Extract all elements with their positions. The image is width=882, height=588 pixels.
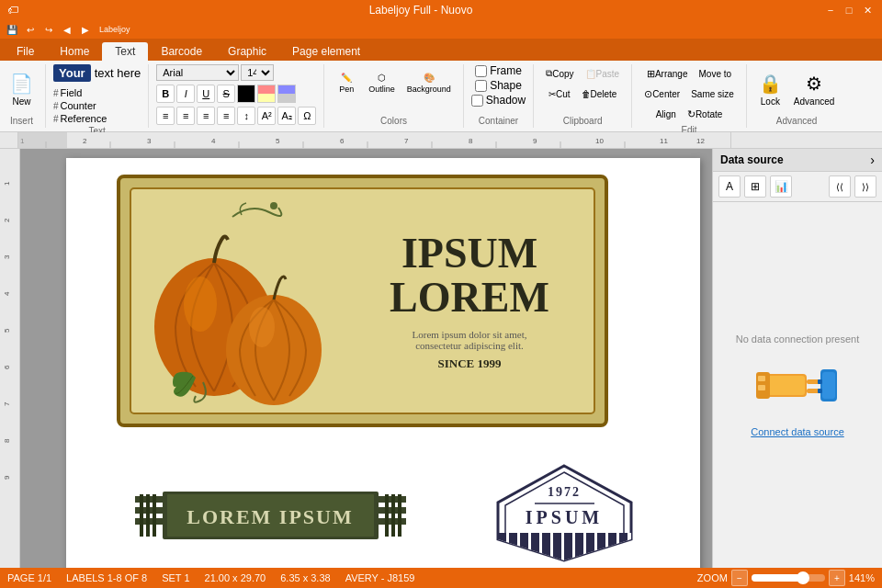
save-button[interactable]: 💾 [4,21,20,38]
zoom-slider[interactable] [752,574,825,582]
panel-chart-icon-btn[interactable]: 📊 [770,175,792,198]
underline-button[interactable]: U [197,85,215,103]
svg-rect-58 [498,533,506,562]
status-bar: PAGE 1/1 LABELS 1-8 OF 8 SET 1 21.00 x 2… [0,568,882,588]
svg-text:6: 6 [340,137,345,145]
tab-text[interactable]: Text [102,42,148,61]
svg-rect-67 [597,533,605,562]
bold-button[interactable]: B [156,85,175,103]
ruler-ticks: 1 2 3 4 5 6 7 8 9 10 11 12 [18,132,717,149]
field-label[interactable]: Field [61,87,83,98]
align-justify-button[interactable]: ≡ [217,107,235,125]
text-color-box[interactable] [237,85,255,103]
align-button[interactable]: Align [651,105,681,123]
align-left-button[interactable]: ≡ [156,107,175,125]
bottom-left-label[interactable]: LOREM IPSUM [135,478,406,553]
no-data-text: No data connection present [736,334,860,345]
pen-button[interactable]: ✏️ Pen [332,64,361,101]
svg-text:4: 4 [211,137,216,145]
svg-text:5: 5 [3,328,11,333]
tab-barcode[interactable]: Barcode [148,42,215,61]
pen-icon: ✏️ [341,73,352,83]
maximize-button[interactable]: □ [842,3,856,17]
strikethrough-button[interactable]: S [217,85,235,103]
tab-file[interactable]: File [4,42,47,61]
line-spacing-button[interactable]: ↕ [237,107,255,125]
arrange-button[interactable]: ⊞ Arrange [642,64,693,83]
ribbon-insert-group: 📄 New Insert [6,64,46,128]
cut-icon: ✂ [548,89,556,99]
tab-home[interactable]: Home [47,42,102,61]
svg-rect-66 [586,533,594,562]
zoom-handle[interactable] [797,571,809,584]
svg-text:3: 3 [147,137,152,145]
hex-badge-svg: 1972 IPSUM [484,461,645,562]
forward-button[interactable]: ▶ [77,21,94,38]
main-label[interactable]: IPSUM LOREM Lorem ipsum dolor sit amet, … [117,175,608,427]
superscript-button[interactable]: A² [257,107,276,125]
lock-icon: 🔒 [759,73,782,95]
advanced-button[interactable]: ⚙ Advanced [789,65,839,113]
counter-label[interactable]: Counter [61,100,96,111]
svg-text:6: 6 [3,365,11,369]
paste-button[interactable]: 📋 Paste [581,64,625,83]
quick-access-toolbar: 💾 ↩ ↪ ◀ ▶ Labeljoy [0,20,882,39]
align-right-button[interactable]: ≡ [197,107,215,125]
tab-bar: File Home Text Barcode Graphic Page elem… [0,39,882,61]
back-button[interactable]: ◀ [59,21,75,38]
move-to-button[interactable]: Move to [694,64,736,83]
panel-prev-btn[interactable]: ⟨⟨ [829,175,851,198]
align-center-button[interactable]: ≡ [176,107,195,125]
outline-button[interactable]: ⬡ Outline [364,64,400,101]
background-button[interactable]: 🎨 Background [402,64,456,101]
title-bar: 🏷 Labeljoy Full - Nuovo − □ ✕ [0,0,882,20]
font-selector[interactable]: Arial [156,64,239,81]
tab-graphic[interactable]: Graphic [215,42,279,61]
advanced-group-label: Advanced [754,114,839,126]
side-panel-icons: A ⊞ 📊 ⟨⟨ ⟩⟩ [713,172,882,202]
title-bar-controls: − □ ✕ [823,3,875,17]
rotate-button[interactable]: ↻ Rotate [683,105,727,123]
title-bar-title: Labeljoy Full - Nuovo [18,4,823,17]
zoom-in-button[interactable]: + [829,570,845,586]
center-button[interactable]: ⊙ Center [639,85,684,103]
font-size-selector[interactable]: 14 [241,64,274,81]
svg-text:7: 7 [3,401,11,406]
reference-label[interactable]: Reference [61,113,107,124]
subscript-button[interactable]: A₂ [277,107,296,125]
label-size-info: 6.35 x 3.38 [280,572,330,583]
shape-checkbox[interactable] [475,80,487,92]
zoom-label: ZOOM [697,572,728,583]
pumpkin-svg [141,198,334,410]
side-panel-collapse-button[interactable]: › [870,153,875,167]
panel-next-btn[interactable]: ⟩⟩ [854,175,876,198]
redo-button[interactable]: ↪ [40,21,57,38]
svg-text:9: 9 [533,137,537,145]
same-size-button[interactable]: Same size [686,85,739,103]
bg-color-box[interactable] [277,85,296,103]
text-highlighted[interactable]: Your [53,64,91,82]
outline-icon: ⬡ [378,73,386,83]
cut-button[interactable]: ✂ Cut [544,85,575,103]
canvas-area[interactable]: IPSUM LOREM Lorem ipsum dolor sit amet, … [20,149,712,568]
lock-button[interactable]: 🔒 Lock [754,65,786,113]
copy-button[interactable]: ⧉ Copy [541,64,578,83]
connect-data-source-link[interactable]: Connect data source [751,426,844,437]
bottom-right-label[interactable]: 1972 IPSUM [484,461,645,562]
highlight-color-box[interactable] [257,85,276,103]
panel-text-icon-btn[interactable]: A [718,175,741,198]
delete-button[interactable]: 🗑 Delete [577,85,622,103]
svg-rect-61 [531,533,539,562]
special-chars-button[interactable]: Ω [298,107,316,125]
italic-button[interactable]: I [176,85,195,103]
new-button[interactable]: 📄 New [6,65,38,113]
undo-button[interactable]: ↩ [22,21,39,38]
svg-point-31 [270,202,277,209]
panel-table-icon-btn[interactable]: ⊞ [744,175,766,198]
minimize-button[interactable]: − [823,3,838,17]
close-button[interactable]: ✕ [860,3,875,17]
zoom-out-button[interactable]: − [731,570,748,586]
tab-page-element[interactable]: Page element [279,42,373,61]
shadow-checkbox[interactable] [471,95,483,107]
frame-checkbox[interactable] [475,65,487,77]
